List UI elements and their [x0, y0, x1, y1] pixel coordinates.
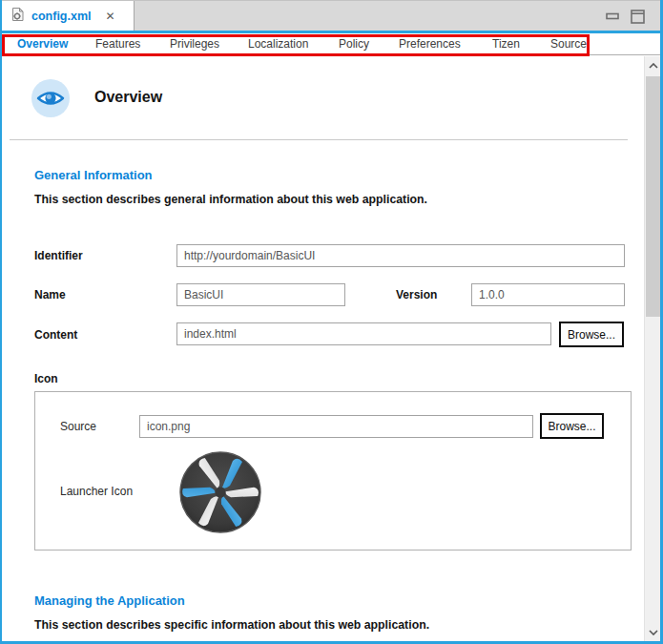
chevron-up-icon[interactable]	[645, 57, 661, 73]
launcher-icon-label: Launcher Icon	[60, 485, 133, 498]
general-information-heading: General Information	[34, 168, 153, 182]
name-label: Name	[34, 288, 66, 301]
vertical-scrollbar[interactable]	[644, 56, 660, 641]
tab-features[interactable]: Features	[95, 37, 140, 51]
header-divider	[10, 139, 628, 140]
tab-preferences[interactable]: Preferences	[399, 37, 461, 51]
editor-tab-bar: config.xml ✕	[2, 0, 660, 31]
close-icon[interactable]: ✕	[106, 10, 115, 22]
content-input[interactable]	[176, 322, 551, 345]
identifier-label: Identifier	[34, 249, 83, 262]
overview-page: Overview General Information This sectio…	[2, 56, 644, 641]
version-input[interactable]	[471, 283, 625, 306]
tab-localization[interactable]: Localization	[248, 37, 308, 51]
chevron-down-icon[interactable]	[645, 624, 661, 640]
config-file-icon	[10, 7, 25, 26]
tab-source[interactable]: Source	[550, 37, 587, 51]
identifier-input[interactable]	[176, 244, 625, 267]
tab-tizen[interactable]: Tizen	[492, 37, 520, 51]
scrollbar-thumb[interactable]	[646, 76, 660, 317]
config-xml-editor-window: config.xml ✕ Overview Features Privilege…	[0, 0, 663, 644]
maximize-icon[interactable]	[631, 10, 645, 24]
editor-tab-configxml[interactable]: config.xml ✕	[2, 1, 135, 31]
tab-overview[interactable]: Overview	[17, 37, 68, 51]
version-label: Version	[396, 288, 437, 301]
managing-application-heading: Managing the Application	[34, 593, 185, 608]
icon-source-browse-button[interactable]: Browse...	[540, 413, 604, 439]
tab-policy[interactable]: Policy	[339, 37, 369, 51]
config-editor-tabs: Overview Features Privileges Localizatio…	[2, 33, 660, 55]
minimize-icon[interactable]	[606, 12, 620, 20]
tizen-pinwheel-logo	[179, 451, 261, 537]
content-browse-button[interactable]: Browse...	[559, 322, 624, 347]
content-label: Content	[34, 328, 77, 342]
icon-section-label: Icon	[34, 372, 58, 385]
view-controls	[606, 9, 645, 24]
general-information-description: This section describes general informati…	[34, 193, 427, 206]
icon-groupbox: Source Browse... Launcher Icon	[34, 391, 632, 551]
tab-privileges[interactable]: Privileges	[170, 37, 219, 51]
icon-source-input[interactable]	[139, 415, 533, 438]
name-input[interactable]	[176, 283, 345, 306]
icon-source-label: Source	[60, 420, 96, 433]
eye-icon	[31, 79, 70, 117]
page-title: Overview	[94, 89, 162, 106]
editor-tab-title: config.xml	[31, 10, 92, 23]
managing-application-description: This section describes specific informat…	[34, 618, 429, 632]
